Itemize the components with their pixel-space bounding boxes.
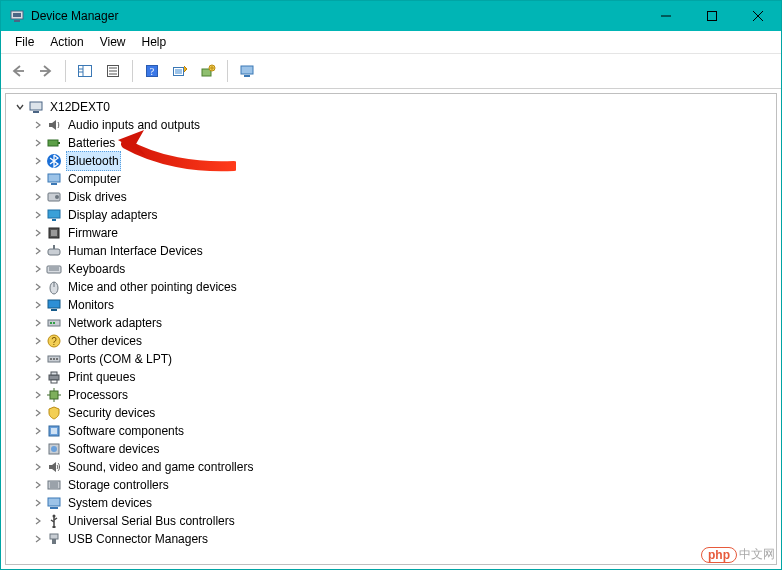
- add-legacy-hardware-button[interactable]: [195, 58, 221, 84]
- tree-item[interactable]: Firmware: [8, 224, 774, 242]
- chevron-right-icon[interactable]: [30, 243, 46, 259]
- menu-view[interactable]: View: [92, 33, 134, 51]
- bluetooth-icon: [46, 153, 62, 169]
- chevron-right-icon[interactable]: [30, 207, 46, 223]
- disk-icon: [46, 189, 62, 205]
- menu-help[interactable]: Help: [134, 33, 175, 51]
- chevron-right-icon[interactable]: [30, 531, 46, 547]
- svg-rect-25: [48, 140, 58, 146]
- chevron-right-icon[interactable]: [30, 297, 46, 313]
- tree-item[interactable]: Batteries: [8, 134, 774, 152]
- tree-item[interactable]: Keyboards: [8, 260, 774, 278]
- chevron-right-icon[interactable]: [30, 441, 46, 457]
- tree-item[interactable]: Monitors: [8, 296, 774, 314]
- window-title: Device Manager: [31, 9, 118, 23]
- sw-component-icon: [46, 423, 62, 439]
- properties-button[interactable]: [100, 58, 126, 84]
- chevron-right-icon[interactable]: [30, 459, 46, 475]
- tree-item-label: Monitors: [66, 296, 116, 314]
- menu-action[interactable]: Action: [42, 33, 91, 51]
- svg-point-69: [53, 515, 56, 518]
- tree-item-label: Universal Serial Bus controllers: [66, 512, 237, 530]
- menu-file[interactable]: File: [7, 33, 42, 51]
- chevron-right-icon[interactable]: [30, 261, 46, 277]
- tree-item[interactable]: USB Connector Managers: [8, 530, 774, 548]
- chevron-right-icon[interactable]: [30, 153, 46, 169]
- sound-icon: [46, 459, 62, 475]
- tree-item-label: Computer: [66, 170, 123, 188]
- tree-item[interactable]: Storage controllers: [8, 476, 774, 494]
- computer-icon: [46, 171, 62, 187]
- tree-root[interactable]: X12DEXT0: [8, 98, 774, 116]
- svg-rect-28: [48, 174, 60, 182]
- chevron-right-icon[interactable]: [30, 495, 46, 511]
- tree-item[interactable]: Disk drives: [8, 188, 774, 206]
- tree-item[interactable]: Print queues: [8, 368, 774, 386]
- titlebar[interactable]: Device Manager: [1, 1, 781, 31]
- svg-rect-68: [50, 507, 58, 509]
- hid-icon: [46, 243, 62, 259]
- chevron-right-icon[interactable]: [30, 405, 46, 421]
- tree-item[interactable]: Software devices: [8, 440, 774, 458]
- svg-rect-63: [51, 428, 57, 434]
- tree-item-label: USB Connector Managers: [66, 530, 210, 548]
- device-tree[interactable]: X12DEXT0 Audio inputs and outputsBatteri…: [5, 93, 777, 565]
- tree-item[interactable]: Computer: [8, 170, 774, 188]
- chevron-right-icon[interactable]: [30, 279, 46, 295]
- tree-item[interactable]: Audio inputs and outputs: [8, 116, 774, 134]
- chevron-right-icon[interactable]: [30, 423, 46, 439]
- chevron-right-icon[interactable]: [30, 189, 46, 205]
- tree-item[interactable]: Ports (COM & LPT): [8, 350, 774, 368]
- tree-item[interactable]: Sound, video and game controllers: [8, 458, 774, 476]
- tree-item[interactable]: Human Interface Devices: [8, 242, 774, 260]
- chevron-right-icon[interactable]: [30, 315, 46, 331]
- remote-computer-button[interactable]: [234, 58, 260, 84]
- svg-rect-46: [50, 322, 52, 324]
- battery-icon: [46, 135, 62, 151]
- scan-hardware-button[interactable]: [167, 58, 193, 84]
- chevron-right-icon[interactable]: [30, 333, 46, 349]
- tree-item[interactable]: ?Other devices: [8, 332, 774, 350]
- tree-item[interactable]: Universal Serial Bus controllers: [8, 512, 774, 530]
- svg-rect-21: [241, 66, 253, 74]
- chevron-right-icon[interactable]: [30, 387, 46, 403]
- show-hide-tree-button[interactable]: [72, 58, 98, 84]
- tree-item-label: Audio inputs and outputs: [66, 116, 202, 134]
- keyboard-icon: [46, 261, 62, 277]
- toolbar-separator: [132, 60, 133, 82]
- chevron-right-icon[interactable]: [30, 513, 46, 529]
- tree-item-label: Print queues: [66, 368, 137, 386]
- chevron-right-icon[interactable]: [30, 117, 46, 133]
- tree-item[interactable]: Bluetooth: [8, 152, 774, 170]
- chevron-right-icon[interactable]: [30, 369, 46, 385]
- help-button[interactable]: ?: [139, 58, 165, 84]
- tree-item[interactable]: Software components: [8, 422, 774, 440]
- back-button[interactable]: [5, 58, 31, 84]
- close-button[interactable]: [735, 1, 781, 31]
- maximize-button[interactable]: [689, 1, 735, 31]
- cpu-icon: [46, 387, 62, 403]
- tree-item[interactable]: Network adapters: [8, 314, 774, 332]
- svg-rect-56: [51, 380, 57, 383]
- tree-item[interactable]: Display adapters: [8, 206, 774, 224]
- tree-item[interactable]: Processors: [8, 386, 774, 404]
- minimize-button[interactable]: [643, 1, 689, 31]
- app-icon: [9, 8, 25, 24]
- sw-device-icon: [46, 441, 62, 457]
- forward-button[interactable]: [33, 58, 59, 84]
- tree-item[interactable]: Mice and other pointing devices: [8, 278, 774, 296]
- chevron-right-icon[interactable]: [30, 477, 46, 493]
- tree-item-label: Other devices: [66, 332, 144, 350]
- tree-item-label: Keyboards: [66, 260, 127, 278]
- chevron-right-icon[interactable]: [30, 351, 46, 367]
- chevron-right-icon[interactable]: [30, 135, 46, 151]
- tree-item-label: Bluetooth: [66, 151, 121, 171]
- tree-item[interactable]: Security devices: [8, 404, 774, 422]
- ports-icon: [46, 351, 62, 367]
- chevron-right-icon[interactable]: [30, 171, 46, 187]
- tree-item[interactable]: System devices: [8, 494, 774, 512]
- svg-rect-67: [48, 498, 60, 506]
- svg-rect-1: [13, 13, 21, 17]
- chevron-down-icon[interactable]: [12, 99, 28, 115]
- chevron-right-icon[interactable]: [30, 225, 46, 241]
